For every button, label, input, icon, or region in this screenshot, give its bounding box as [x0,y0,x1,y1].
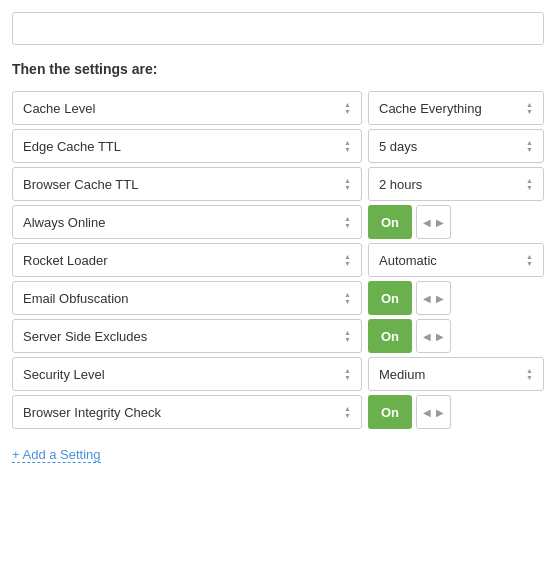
spinner-email-obfuscation[interactable]: ▲▼ [344,291,351,305]
setting-label-cache-level: Cache Level▲▼ [12,91,362,125]
on-badge-browser-integrity-check[interactable]: On [368,395,412,429]
spinner-up-browser-cache-ttl[interactable]: ▲ [344,177,351,184]
spinner-down-rocket-loader[interactable]: ▼ [344,260,351,267]
spinner-edge-cache-ttl[interactable]: ▲▼ [344,139,351,153]
label-text-cache-level: Cache Level [23,101,95,116]
setting-label-browser-integrity-check: Browser Integrity Check▲▼ [12,395,362,429]
value-spinner-cache-level[interactable]: ▲▼ [526,101,533,115]
setting-value-browser-cache-ttl: 2 hours▲▼ [368,167,544,201]
spinner-browser-cache-ttl[interactable]: ▲▼ [344,177,351,191]
value-text-security-level: Medium [379,367,425,382]
value-box-cache-level[interactable]: Cache Everything▲▼ [368,91,544,125]
value-box-rocket-loader[interactable]: Automatic▲▼ [368,243,544,277]
spinner-up-edge-cache-ttl[interactable]: ▲ [344,139,351,146]
value-text-browser-cache-ttl: 2 hours [379,177,422,192]
value-spinner-down-cache-level[interactable]: ▼ [526,108,533,115]
spinner-cache-level[interactable]: ▲▼ [344,101,351,115]
settings-container: Cache Level▲▼Cache Everything▲▼Edge Cach… [12,91,544,429]
value-spinner-edge-cache-ttl[interactable]: ▲▼ [526,139,533,153]
setting-row-security-level: Security Level▲▼Medium▲▼ [12,357,544,391]
value-spinner-up-edge-cache-ttl[interactable]: ▲ [526,139,533,146]
value-box-security-level[interactable]: Medium▲▼ [368,357,544,391]
label-text-rocket-loader: Rocket Loader [23,253,108,268]
setting-label-edge-cache-ttl: Edge Cache TTL▲▼ [12,129,362,163]
setting-label-security-level: Security Level▲▼ [12,357,362,391]
setting-label-always-online: Always Online▲▼ [12,205,362,239]
setting-value-edge-cache-ttl: 5 days▲▼ [368,129,544,163]
on-badge-email-obfuscation[interactable]: On [368,281,412,315]
spinner-down-email-obfuscation[interactable]: ▼ [344,298,351,305]
spinner-down-edge-cache-ttl[interactable]: ▼ [344,146,351,153]
url-input[interactable]: *go2think.com/* [12,12,544,45]
setting-label-server-side-excludes: Server Side Excludes▲▼ [12,319,362,353]
value-spinner-down-edge-cache-ttl[interactable]: ▼ [526,146,533,153]
setting-row-edge-cache-ttl: Edge Cache TTL▲▼5 days▲▼ [12,129,544,163]
nav-left-always-online[interactable]: ◀ [421,215,433,230]
nav-right-always-online[interactable]: ▶ [434,215,446,230]
value-spinner-rocket-loader[interactable]: ▲▼ [526,253,533,267]
spinner-up-server-side-excludes[interactable]: ▲ [344,329,351,336]
spinner-down-security-level[interactable]: ▼ [344,374,351,381]
nav-left-browser-integrity-check[interactable]: ◀ [421,405,433,420]
setting-value-server-side-excludes: On◀▶ [368,319,544,353]
add-setting-link[interactable]: + Add a Setting [12,447,101,463]
label-text-server-side-excludes: Server Side Excludes [23,329,147,344]
setting-row-browser-cache-ttl: Browser Cache TTL▲▼2 hours▲▼ [12,167,544,201]
spinner-down-always-online[interactable]: ▼ [344,222,351,229]
on-badge-always-online[interactable]: On [368,205,412,239]
spinner-up-always-online[interactable]: ▲ [344,215,351,222]
setting-row-always-online: Always Online▲▼On◀▶ [12,205,544,239]
value-spinner-up-security-level[interactable]: ▲ [526,367,533,374]
setting-row-email-obfuscation: Email Obfuscation▲▼On◀▶ [12,281,544,315]
setting-row-server-side-excludes: Server Side Excludes▲▼On◀▶ [12,319,544,353]
label-text-browser-cache-ttl: Browser Cache TTL [23,177,138,192]
nav-right-browser-integrity-check[interactable]: ▶ [434,405,446,420]
spinner-down-cache-level[interactable]: ▼ [344,108,351,115]
spinner-up-security-level[interactable]: ▲ [344,367,351,374]
spinner-up-rocket-loader[interactable]: ▲ [344,253,351,260]
spinner-browser-integrity-check[interactable]: ▲▼ [344,405,351,419]
nav-arrows-server-side-excludes[interactable]: ◀▶ [416,319,451,353]
value-spinner-security-level[interactable]: ▲▼ [526,367,533,381]
spinner-server-side-excludes[interactable]: ▲▼ [344,329,351,343]
nav-arrows-email-obfuscation[interactable]: ◀▶ [416,281,451,315]
setting-value-security-level: Medium▲▼ [368,357,544,391]
setting-value-email-obfuscation: On◀▶ [368,281,544,315]
spinner-down-server-side-excludes[interactable]: ▼ [344,336,351,343]
spinner-down-browser-integrity-check[interactable]: ▼ [344,412,351,419]
nav-arrows-browser-integrity-check[interactable]: ◀▶ [416,395,451,429]
label-text-security-level: Security Level [23,367,105,382]
value-spinner-up-cache-level[interactable]: ▲ [526,101,533,108]
on-badge-server-side-excludes[interactable]: On [368,319,412,353]
value-box-browser-cache-ttl[interactable]: 2 hours▲▼ [368,167,544,201]
setting-row-cache-level: Cache Level▲▼Cache Everything▲▼ [12,91,544,125]
setting-row-rocket-loader: Rocket Loader▲▼Automatic▲▼ [12,243,544,277]
value-spinner-up-rocket-loader[interactable]: ▲ [526,253,533,260]
spinner-always-online[interactable]: ▲▼ [344,215,351,229]
nav-left-email-obfuscation[interactable]: ◀ [421,291,433,306]
setting-label-email-obfuscation: Email Obfuscation▲▼ [12,281,362,315]
value-spinner-down-security-level[interactable]: ▼ [526,374,533,381]
setting-label-browser-cache-ttl: Browser Cache TTL▲▼ [12,167,362,201]
nav-right-server-side-excludes[interactable]: ▶ [434,329,446,344]
setting-value-rocket-loader: Automatic▲▼ [368,243,544,277]
value-spinner-down-browser-cache-ttl[interactable]: ▼ [526,184,533,191]
spinner-up-cache-level[interactable]: ▲ [344,101,351,108]
setting-value-cache-level: Cache Everything▲▼ [368,91,544,125]
spinner-rocket-loader[interactable]: ▲▼ [344,253,351,267]
spinner-down-browser-cache-ttl[interactable]: ▼ [344,184,351,191]
label-text-always-online: Always Online [23,215,105,230]
value-spinner-up-browser-cache-ttl[interactable]: ▲ [526,177,533,184]
spinner-up-browser-integrity-check[interactable]: ▲ [344,405,351,412]
nav-arrows-always-online[interactable]: ◀▶ [416,205,451,239]
value-spinner-down-rocket-loader[interactable]: ▼ [526,260,533,267]
setting-value-always-online: On◀▶ [368,205,544,239]
nav-left-server-side-excludes[interactable]: ◀ [421,329,433,344]
value-spinner-browser-cache-ttl[interactable]: ▲▼ [526,177,533,191]
setting-row-browser-integrity-check: Browser Integrity Check▲▼On◀▶ [12,395,544,429]
label-text-email-obfuscation: Email Obfuscation [23,291,129,306]
spinner-up-email-obfuscation[interactable]: ▲ [344,291,351,298]
nav-right-email-obfuscation[interactable]: ▶ [434,291,446,306]
spinner-security-level[interactable]: ▲▼ [344,367,351,381]
value-box-edge-cache-ttl[interactable]: 5 days▲▼ [368,129,544,163]
